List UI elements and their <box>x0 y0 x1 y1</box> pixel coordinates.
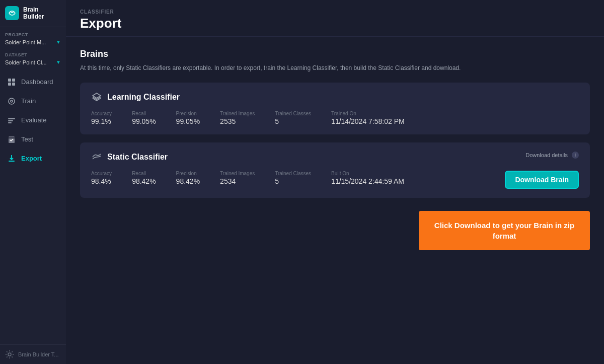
classifier-label: CLASSIFIER <box>80 9 590 15</box>
gear-icon[interactable] <box>5 350 14 359</box>
static-trained-classes-value: 5 <box>275 177 311 185</box>
download-button-wrapper: Download Brain <box>505 171 579 189</box>
test-label: Test <box>21 135 33 143</box>
download-details-label: Download details <box>525 152 568 158</box>
svg-rect-9 <box>9 161 15 162</box>
download-callout-wrapper: Click Download to get your Brain in zip … <box>80 206 590 250</box>
brains-description: At this time, only Static Classifiers ar… <box>80 63 590 72</box>
learning-trained-images-value: 2535 <box>220 117 255 125</box>
svg-point-10 <box>8 353 11 356</box>
learning-accuracy-stat: Accuracy 99.1% <box>91 111 112 125</box>
static-accuracy-label: Accuracy <box>91 171 112 176</box>
static-recall-value: 98.42% <box>132 177 156 185</box>
dashboard-label: Dashboard <box>21 78 53 86</box>
svg-rect-0 <box>8 79 11 82</box>
evaluate-icon <box>7 116 16 125</box>
grid-icon <box>7 78 16 87</box>
learning-trained-images-label: Trained Images <box>220 111 255 116</box>
dataset-value: Solder Point Cl... <box>5 59 47 65</box>
dataset-section: DATASET Solder Point Cl... ▼ <box>0 47 66 67</box>
learning-trained-on-label: Trained On <box>331 111 405 116</box>
sidebar: Brain Builder PROJECT Solder Point M... … <box>0 0 66 364</box>
static-built-on-label: Built On <box>331 171 404 176</box>
svg-rect-2 <box>8 83 11 86</box>
evaluate-label: Evaluate <box>21 116 47 124</box>
learning-recall-label: Recall <box>132 111 156 116</box>
export-icon <box>7 154 16 163</box>
static-accuracy-value: 98.4% <box>91 177 112 185</box>
static-classifier-icon <box>91 152 102 163</box>
learning-precision-stat: Precision 99.05% <box>176 111 200 125</box>
sidebar-item-test[interactable]: Test <box>0 130 66 149</box>
static-precision-value: 98.42% <box>176 177 200 185</box>
learning-classifier-title: Learning Classifier <box>107 93 180 102</box>
sidebar-app-name: Brain Builder <box>23 6 61 21</box>
sidebar-bottom: Brain Builder T... <box>0 344 66 364</box>
svg-rect-3 <box>12 83 15 86</box>
learning-classifier-header: Learning Classifier <box>91 92 579 103</box>
learning-recall-stat: Recall 99.05% <box>132 111 156 125</box>
svg-rect-1 <box>12 79 15 82</box>
main-body: Brains At this time, only Static Classif… <box>66 37 604 262</box>
svg-point-4 <box>9 98 15 104</box>
static-precision-stat: Precision 98.42% <box>176 171 200 185</box>
train-label: Train <box>21 97 36 105</box>
learning-trained-classes-label: Trained Classes <box>275 111 311 116</box>
sidebar-item-train[interactable]: Train <box>0 92 66 111</box>
learning-classifier-card: Learning Classifier Accuracy 99.1% Recal… <box>80 83 590 134</box>
static-built-on-stat: Built On 11/15/2024 2:44:59 AM <box>331 171 404 185</box>
export-label: Export <box>21 155 42 162</box>
test-icon <box>7 135 16 144</box>
learning-trained-classes-value: 5 <box>275 117 311 125</box>
static-recall-label: Recall <box>132 171 156 176</box>
svg-rect-8 <box>8 122 12 123</box>
static-precision-label: Precision <box>176 171 200 176</box>
static-trained-classes-stat: Trained Classes 5 <box>275 171 311 185</box>
project-value: Solder Point M... <box>5 39 46 45</box>
static-classifier-header: Static Classifier <box>91 152 579 163</box>
static-classifier-stats: Accuracy 98.4% Recall 98.42% Precision 9… <box>91 171 579 189</box>
learning-trained-images-stat: Trained Images 2535 <box>220 111 255 125</box>
svg-point-5 <box>11 100 13 102</box>
static-classifier-title: Static Classifier <box>107 153 168 162</box>
learning-classifier-stats: Accuracy 99.1% Recall 99.05% Precision 9… <box>91 111 579 125</box>
static-trained-images-stat: Trained Images 2534 <box>220 171 255 185</box>
sidebar-item-dashboard[interactable]: Dashboard <box>0 72 66 92</box>
project-label: PROJECT <box>5 32 61 37</box>
sidebar-item-export[interactable]: Export <box>0 149 66 168</box>
main-content-area: CLASSIFIER Export Brains At this time, o… <box>66 0 604 364</box>
static-classifier-card: Download details i Static Classifier Acc… <box>80 142 590 198</box>
page-title: Export <box>80 16 590 31</box>
project-chevron-icon: ▼ <box>56 39 61 45</box>
learning-trained-on-stat: Trained On 11/14/2024 7:58:02 PM <box>331 111 405 125</box>
learning-trained-on-value: 11/14/2024 7:58:02 PM <box>331 117 405 125</box>
page-header: CLASSIFIER Export <box>66 0 604 37</box>
project-section: PROJECT Solder Point M... ▼ <box>0 27 66 47</box>
dataset-selector[interactable]: Solder Point Cl... ▼ <box>5 59 61 65</box>
static-recall-stat: Recall 98.42% <box>132 171 156 185</box>
static-trained-classes-label: Trained Classes <box>275 171 311 176</box>
brain-builder-logo-icon <box>5 6 19 20</box>
download-brain-button[interactable]: Download Brain <box>505 171 579 189</box>
static-accuracy-stat: Accuracy 98.4% <box>91 171 112 185</box>
learning-classifier-icon <box>91 92 102 103</box>
learning-precision-label: Precision <box>176 111 200 116</box>
learning-recall-value: 99.05% <box>132 117 156 125</box>
learning-accuracy-label: Accuracy <box>91 111 112 116</box>
learning-trained-classes-stat: Trained Classes 5 <box>275 111 311 125</box>
dataset-chevron-icon: ▼ <box>56 59 61 65</box>
brains-section-title: Brains <box>80 49 590 59</box>
download-callout: Click Download to get your Brain in zip … <box>419 211 590 250</box>
sidebar-nav: Dashboard Train Evaluate <box>0 67 66 344</box>
svg-rect-7 <box>8 120 13 121</box>
static-trained-images-value: 2534 <box>220 177 255 185</box>
project-selector[interactable]: Solder Point M... ▼ <box>5 39 61 45</box>
svg-rect-6 <box>8 118 15 119</box>
static-trained-images-label: Trained Images <box>220 171 255 176</box>
learning-accuracy-value: 99.1% <box>91 117 112 125</box>
sidebar-item-evaluate[interactable]: Evaluate <box>0 111 66 130</box>
sidebar-bottom-label: Brain Builder T... <box>18 351 59 357</box>
dataset-label: DATASET <box>5 52 61 57</box>
train-icon <box>7 97 16 106</box>
info-icon[interactable]: i <box>572 152 579 159</box>
